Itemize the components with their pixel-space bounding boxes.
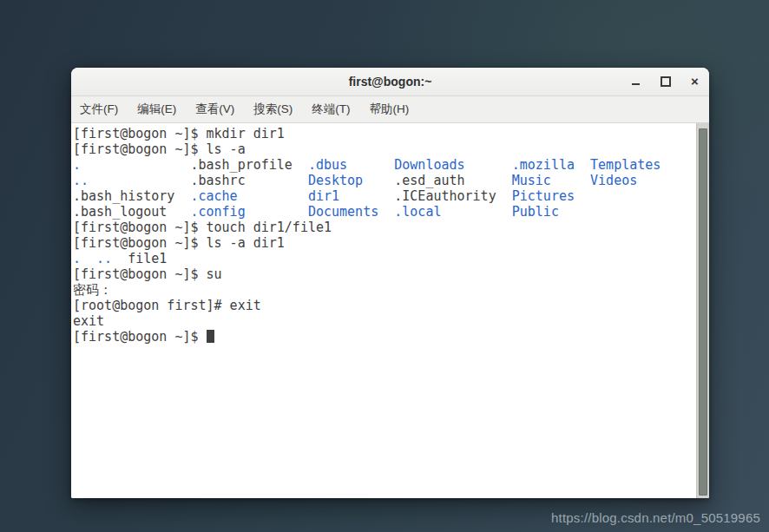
menu-item-6[interactable]: 帮助(H) — [370, 102, 410, 117]
terminal-line: .bash_history .cache dir1 .ICEauthority … — [73, 188, 696, 204]
menu-item-2[interactable]: 编辑(E) — [137, 102, 176, 117]
close-icon: × — [691, 76, 699, 88]
minimize-button[interactable] — [630, 76, 641, 88]
terminal-line: [first@bogon ~]$ ls -a — [73, 141, 696, 157]
terminal-line: [first@bogon ~]$ — [73, 329, 696, 345]
scrollbar-thumb[interactable] — [699, 128, 707, 496]
window-title: first@bogon:~ — [71, 68, 709, 95]
watermark-url: https://blog.csdn.net/m0_50519965 — [551, 510, 760, 525]
maximize-button[interactable] — [660, 76, 671, 88]
terminal-line: . .. file1 — [73, 251, 696, 266]
minimize-icon — [632, 83, 640, 85]
terminal-line: [first@bogon ~]$ ls -a dir1 — [73, 235, 696, 251]
terminal-line: 密码： — [73, 282, 696, 298]
terminal-line: .. .bashrc Desktop .esd_auth Music Video… — [73, 173, 696, 188]
terminal-line: .bash_logout .config Documents .local Pu… — [73, 204, 696, 220]
menu-bar: 文件(F)编辑(E)查看(V)搜索(S)终端(T)帮助(H) — [71, 96, 709, 123]
desktop: { "window": { "title": "first@bogon:~", … — [0, 0, 769, 532]
maximize-icon — [661, 76, 671, 87]
terminal-window: first@bogon:~ × 文件(F)编辑(E)查看(V)搜索(S)终端(T… — [71, 68, 709, 498]
menu-item-5[interactable]: 终端(T) — [312, 102, 350, 117]
terminal-line: [first@bogon ~]$ mkdir dir1 — [73, 126, 696, 141]
menu-item-3[interactable]: 查看(V) — [195, 102, 234, 117]
terminal-output[interactable]: [first@bogon ~]$ mkdir dir1[first@bogon … — [71, 123, 696, 498]
terminal-line: exit — [73, 313, 696, 329]
close-button[interactable]: × — [689, 76, 700, 88]
terminal-line: [first@bogon ~]$ touch dir1/file1 — [73, 220, 696, 235]
scrollbar[interactable] — [696, 123, 709, 498]
terminal-line: [first@bogon ~]$ su — [73, 266, 696, 282]
menu-item-1[interactable]: 文件(F) — [80, 102, 118, 117]
title-bar[interactable]: first@bogon:~ × — [71, 68, 709, 96]
window-controls: × — [630, 68, 700, 95]
menu-item-4[interactable]: 搜索(S) — [253, 102, 292, 117]
terminal-line: . .bash_profile .dbus Downloads .mozilla… — [73, 157, 696, 173]
terminal-line: [root@bogon first]# exit — [73, 298, 696, 313]
terminal-content: [first@bogon ~]$ mkdir dir1[first@bogon … — [71, 123, 709, 498]
terminal-cursor — [207, 330, 214, 343]
